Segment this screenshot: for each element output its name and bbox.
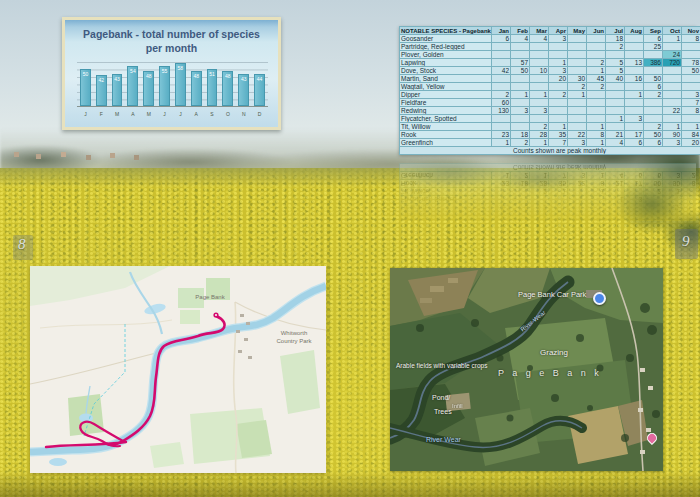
count-cell — [549, 115, 568, 123]
x-axis-label: J — [159, 111, 170, 117]
x-axis-label: M — [143, 111, 154, 117]
count-cell — [663, 75, 682, 83]
bar-value: 51 — [208, 71, 217, 77]
table-row: Plover, Golden24 — [400, 51, 700, 59]
count-cell: 1 — [587, 67, 606, 75]
count-cell — [663, 83, 682, 91]
table-row: Dipper211211231 — [400, 91, 700, 99]
x-axis-label: D — [254, 111, 265, 117]
count-cell: 21 — [606, 131, 625, 139]
count-cell: 2 — [530, 123, 549, 131]
count-cell — [492, 59, 511, 67]
count-cell — [530, 43, 549, 51]
count-cell: 40 — [606, 75, 625, 83]
month-header-Feb: Feb — [511, 27, 530, 35]
count-cell — [682, 115, 700, 123]
count-cell — [587, 99, 606, 107]
count-cell — [568, 59, 587, 67]
x-axis-label: O — [222, 111, 233, 117]
count-cell — [530, 51, 549, 59]
count-cell: 3 — [549, 67, 568, 75]
x-axis-label: A — [127, 111, 138, 117]
count-cell: 28 — [530, 131, 549, 139]
count-cell: 130 — [492, 107, 511, 115]
count-cell: 10 — [530, 67, 549, 75]
route-map-svg — [30, 266, 326, 473]
bar-value: 43 — [239, 76, 248, 82]
bar-value: 43 — [113, 76, 122, 82]
count-cell — [606, 107, 625, 115]
species-table-panel: NOTABLE SPECIES - PagebankJanFebMarAprMa… — [399, 26, 696, 155]
count-cell: 1 — [625, 91, 644, 99]
count-cell: 1 — [568, 91, 587, 99]
count-cell: 3 — [530, 107, 549, 115]
count-cell — [492, 115, 511, 123]
chart-title: Pagebank - total number of species per m… — [65, 27, 278, 55]
species-table-title: NOTABLE SPECIES - Pagebank — [400, 27, 492, 35]
chart-title-line2: per month — [65, 41, 278, 55]
count-cell — [625, 107, 644, 115]
bar-value: 48 — [192, 73, 201, 79]
x-axis-label: J — [175, 111, 186, 117]
count-cell — [568, 115, 587, 123]
species-name: Rook — [400, 131, 492, 139]
bar-S-8: 51 — [207, 69, 218, 106]
count-cell — [568, 35, 587, 43]
count-cell: 2 — [492, 91, 511, 99]
count-cell — [568, 107, 587, 115]
count-cell: 6 — [644, 83, 663, 91]
count-cell — [606, 123, 625, 131]
count-cell — [644, 67, 663, 75]
count-cell: 2 — [587, 59, 606, 67]
count-cell: 1 — [549, 59, 568, 67]
table-row: Tit, Willow211211 — [400, 123, 700, 131]
bar-M-2: 43 — [112, 74, 123, 106]
bar-slot-4: 48 — [143, 62, 154, 106]
table-footer: Counts shown are peak monthly — [400, 147, 700, 155]
report-page: Pagebank - total number of species per m… — [0, 0, 700, 497]
count-cell — [587, 35, 606, 43]
count-cell: 1 — [587, 123, 606, 131]
bar-A-3: 54 — [127, 66, 138, 106]
map-label-page-bank: Page Bank — [190, 294, 230, 302]
count-cell: 2 — [606, 43, 625, 51]
aerial-label-place: P a g e B a n k — [498, 368, 602, 378]
count-cell: 20 — [549, 75, 568, 83]
count-cell — [549, 83, 568, 91]
count-cell — [492, 75, 511, 83]
species-table: NOTABLE SPECIES - PagebankJanFebMarAprMa… — [399, 26, 700, 155]
count-cell: 2 — [568, 83, 587, 91]
count-cell — [606, 51, 625, 59]
count-cell — [549, 43, 568, 51]
chart-title-line1: Pagebank - total number of species — [65, 27, 278, 41]
count-cell — [549, 99, 568, 107]
bar-J-0: 50 — [80, 69, 91, 106]
bar-value: 48 — [144, 73, 153, 79]
count-cell: 22 — [663, 107, 682, 115]
car-park-marker-pin — [593, 292, 606, 305]
species-name: Flycatcher, Spotted — [400, 115, 492, 123]
bar-slot-10: 43 — [238, 62, 249, 106]
count-cell: 23 — [492, 131, 511, 139]
count-cell: 20 — [682, 139, 700, 147]
count-cell: 3 — [549, 35, 568, 43]
species-name: Tit, Willow — [400, 123, 492, 131]
bar-slot-6: 58 — [175, 62, 186, 106]
count-cell — [568, 51, 587, 59]
count-cell: 2 — [644, 123, 663, 131]
map-label-country-park-2: Country Park — [266, 338, 322, 346]
aerial-photo: Page Bank Car Park River Wear Grazing Ar… — [390, 268, 663, 471]
count-cell: 1 — [682, 123, 700, 131]
count-cell — [568, 67, 587, 75]
month-header-May: May — [568, 27, 587, 35]
species-name: Fieldfare — [400, 99, 492, 107]
count-cell — [663, 99, 682, 107]
count-cell: 3 — [663, 139, 682, 147]
count-cell — [587, 51, 606, 59]
month-header-Jan: Jan — [492, 27, 511, 35]
count-cell: 16 — [625, 75, 644, 83]
species-bar-chart: Pagebank - total number of species per m… — [62, 17, 281, 130]
bar-value: 54 — [128, 68, 137, 74]
count-cell: 8 — [682, 107, 700, 115]
count-cell — [644, 99, 663, 107]
